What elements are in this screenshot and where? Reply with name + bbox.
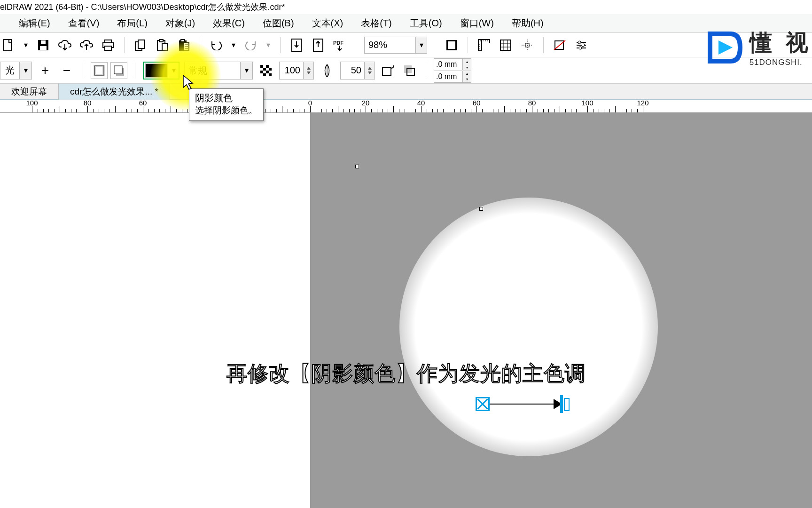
blend-dropdown-icon[interactable]: ▾ (240, 62, 252, 79)
svg-rect-0 (4, 40, 11, 51)
zoom-dropdown-icon[interactable]: ▾ (415, 37, 427, 53)
ruler-label: 100 (581, 100, 593, 107)
ruler-label: 60 (139, 100, 147, 107)
menu-effects[interactable]: 效果(C) (213, 17, 245, 30)
redo-dropdown-icon[interactable]: ▾ (264, 40, 273, 49)
svg-rect-57 (263, 73, 266, 76)
svg-rect-22 (448, 41, 455, 49)
undo-icon[interactable] (208, 37, 225, 54)
feather-input[interactable] (341, 62, 364, 79)
shadow-end-handle[interactable] (560, 395, 563, 413)
menu-bitmap[interactable]: 位图(B) (263, 17, 294, 30)
offset-fields[interactable]: .0 mm▴▾ .0 mm▴▾ (434, 58, 471, 83)
menu-help[interactable]: 帮助(H) (512, 17, 544, 30)
paste-icon[interactable] (154, 37, 171, 54)
transparency-icon (258, 62, 274, 79)
redo-icon[interactable] (242, 37, 259, 54)
svg-rect-54 (269, 68, 272, 71)
menu-table[interactable]: 表格(T) (361, 17, 392, 30)
subtitle-caption: 再修改【阴影颜色】作为发光的主色调 (0, 360, 812, 388)
menu-object[interactable]: 对象(J) (165, 17, 195, 30)
export-icon[interactable] (310, 37, 327, 54)
shadow-vector-line (490, 404, 555, 405)
menu-edit[interactable]: 编辑(E) (19, 17, 50, 30)
menu-layout[interactable]: 布局(L) (117, 17, 147, 30)
shadow-color-button[interactable]: ▾ (143, 62, 180, 79)
standard-toolbar: ▾ ▾ ▾ PDF ▾ (0, 33, 812, 57)
shadow-start-handle[interactable] (476, 397, 490, 411)
outer-shadow-icon[interactable] (110, 62, 127, 79)
options-icon[interactable] (573, 37, 590, 54)
zoom-input[interactable] (365, 37, 415, 53)
menu-window[interactable]: 窗口(W) (460, 17, 494, 30)
import-icon[interactable] (288, 37, 305, 54)
rulers-icon[interactable] (476, 37, 492, 54)
opacity-field[interactable] (279, 62, 314, 79)
new-dropdown-icon[interactable]: ▾ (22, 40, 30, 49)
feather-direction-icon[interactable] (380, 62, 397, 79)
svg-point-43 (578, 41, 581, 44)
selection-handle[interactable] (479, 207, 483, 211)
svg-rect-8 (138, 40, 145, 48)
circle-object[interactable] (399, 198, 658, 456)
undo-dropdown-icon[interactable]: ▾ (229, 40, 238, 49)
window-title: elDRAW 2021 (64-Bit) - C:\Users\HOW003\D… (0, 1, 285, 13)
grid-icon[interactable] (497, 37, 514, 54)
tooltip-title: 阴影颜色 (195, 92, 258, 104)
new-doc-icon[interactable] (0, 37, 17, 54)
svg-rect-13 (181, 40, 185, 42)
title-bar: elDRAW 2021 (64-Bit) - C:\Users\HOW003\D… (0, 0, 812, 14)
tab-welcome[interactable]: 欢迎屏幕 (0, 84, 59, 100)
watermark-url: 51DONGSHI. (750, 58, 812, 67)
print-icon[interactable] (100, 37, 117, 54)
watermark-brand: 懂 视 (750, 28, 812, 58)
horizontal-ruler: 10080604020020406080100120 (0, 100, 812, 113)
opacity-nudge-icon[interactable] (303, 62, 313, 79)
snap-off-icon[interactable] (551, 37, 568, 54)
preset-combo[interactable]: 光 ▾ (0, 62, 32, 79)
save-icon[interactable] (35, 37, 52, 54)
tab-document[interactable]: cdr怎么做发光效果... * (59, 84, 170, 100)
menu-text[interactable]: 文本(X) (312, 17, 344, 30)
ruler-label: 80 (84, 100, 92, 107)
feather-edge-icon[interactable] (401, 62, 418, 79)
selection-handle[interactable] (355, 165, 359, 168)
feather-nudge-icon[interactable] (364, 62, 375, 79)
zoom-combo[interactable]: ▾ (364, 37, 427, 54)
offset-x-value: .0 mm (434, 60, 462, 69)
document-tabs: 欢迎屏幕 cdr怎么做发光效果... * (0, 84, 812, 100)
clipboard-icon[interactable] (175, 37, 192, 54)
svg-rect-10 (159, 40, 163, 42)
canvas-area[interactable] (0, 113, 812, 508)
ruler-label: 0 (308, 100, 312, 107)
feather-field[interactable] (340, 62, 375, 79)
add-preset-button[interactable]: + (37, 62, 54, 79)
remove-preset-button[interactable]: − (58, 62, 75, 79)
shadow-end-handle-b[interactable] (564, 398, 570, 411)
svg-rect-11 (162, 44, 167, 51)
guidelines-icon[interactable] (519, 37, 536, 54)
feather-icon (319, 62, 336, 79)
pdf-icon[interactable]: PDF (331, 37, 348, 54)
cloud-down-icon[interactable] (56, 37, 73, 54)
watermark-logo-icon (703, 25, 747, 70)
svg-rect-51 (260, 65, 263, 68)
mouse-cursor-icon (182, 74, 195, 90)
svg-rect-52 (266, 65, 269, 68)
ruler-label: 80 (528, 100, 536, 107)
svg-rect-53 (263, 68, 266, 71)
opacity-input[interactable] (280, 62, 303, 79)
preset-dropdown-icon[interactable]: ▾ (19, 62, 31, 79)
ruler-label: 60 (473, 100, 481, 107)
inner-shadow-icon[interactable] (91, 62, 108, 79)
fullscreen-icon[interactable] (443, 37, 460, 54)
copy-icon[interactable] (132, 37, 149, 54)
svg-rect-55 (260, 71, 263, 73)
cloud-up-icon[interactable] (78, 37, 95, 54)
menu-view[interactable]: 查看(V) (68, 17, 100, 30)
svg-text:PDF: PDF (333, 40, 344, 46)
menu-bar: 编辑(E) 查看(V) 布局(L) 对象(J) 效果(C) 位图(B) 文本(X… (0, 14, 812, 33)
menu-tools[interactable]: 工具(O) (410, 17, 442, 30)
shadow-color-dropdown-icon[interactable]: ▾ (169, 66, 179, 75)
property-bar: 光 ▾ + − ▾ 常规 ▾ .0 mm▴▾ .0 mm▴▾ (0, 57, 812, 84)
